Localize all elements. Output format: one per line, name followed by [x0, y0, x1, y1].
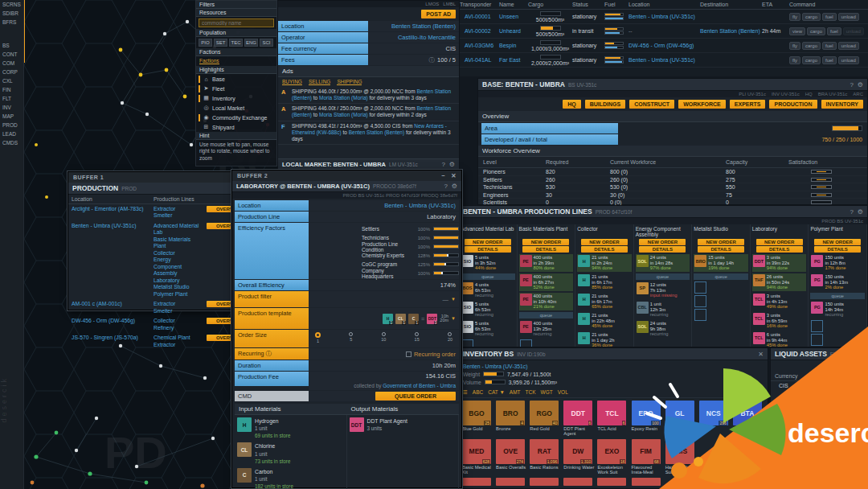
- production-order-slot[interactable]: queue: [694, 281, 748, 294]
- base-titlebar[interactable]: BASE: BENTEN - UMBRA BS UV-351c ?⚙: [478, 79, 867, 91]
- ship-location-link[interactable]: Benten - Umbra (UV-351c): [628, 57, 700, 63]
- inventory-tile[interactable]: GL Glass: [665, 401, 697, 437]
- highlight-toggle[interactable]: ◉ Commodity Exchange: [196, 113, 276, 122]
- production-order-slot[interactable]: queue BOS 4 units6h 53mrecurring: [461, 281, 515, 299]
- highlight-toggle[interactable]: ◎ Local Market: [196, 103, 276, 113]
- slider-tick[interactable]: 1: [315, 332, 321, 343]
- base-tab-button[interactable]: EXPERTS: [730, 100, 766, 109]
- base-tab-button[interactable]: WORKFORCE: [678, 100, 726, 109]
- factor-bar[interactable]: [433, 244, 459, 249]
- population-filter-button[interactable]: ENG: [244, 39, 258, 47]
- highlight-toggle[interactable]: ⊞ Shipyard: [196, 122, 276, 132]
- ship-command-button[interactable]: unload: [838, 13, 859, 21]
- inventory-tile[interactable]: BTA Basic Trans…: [733, 401, 764, 437]
- ship-command-button[interactable]: view: [789, 27, 805, 35]
- context-command-link[interactable]: PLI UV-351c: [739, 92, 766, 97]
- population-filter-button[interactable]: PIO: [199, 39, 212, 47]
- production-order-slot[interactable]: queue: [810, 334, 865, 346]
- new-order-button[interactable]: NEW ORDER: [639, 239, 686, 245]
- details-button[interactable]: DETAILS: [814, 246, 861, 253]
- ship-name-link[interactable]: Bespin: [499, 43, 528, 48]
- sort-option[interactable]: ABC: [473, 389, 483, 396]
- production-order-slot[interactable]: queue: [461, 273, 515, 280]
- close-icon[interactable]: ✕: [758, 351, 764, 358]
- ads-tab[interactable]: SHIPPING: [337, 79, 362, 85]
- production-order-slot[interactable]: queue: [461, 339, 515, 347]
- market-ad[interactable]: A SHIPPING 446.00t / 250.00m³ @ 2,000.00…: [278, 104, 459, 121]
- production-order-slot[interactable]: queue: [694, 273, 748, 280]
- inventory-titlebar[interactable]: INVENTORY BS INV ID:190b ✕: [459, 348, 768, 360]
- ship-location-link[interactable]: --: [628, 28, 700, 34]
- production-order-slot[interactable]: queue TCL 3 unitsin 4h 13m49% done: [752, 293, 807, 310]
- inventory-tile[interactable]: RGO40 Red Gold: [530, 401, 561, 437]
- command-tag[interactable]: LMOS: [425, 2, 439, 6]
- inventory-tile[interactable]: HMS HazMat Work Suit: [665, 439, 697, 475]
- ship-command-button[interactable]: fly: [789, 56, 800, 64]
- production-order-slot[interactable]: queue H 21 unitsin 6h 17m85% done: [577, 273, 632, 291]
- base-tab-button[interactable]: INVENTORY: [821, 100, 863, 109]
- site-location-link[interactable]: Benten - Umbra (UV-351c): [68, 221, 150, 231]
- factor-bar[interactable]: [433, 236, 459, 240]
- ship-command-button[interactable]: unload: [843, 27, 864, 35]
- production-order-slot[interactable]: queue: [519, 312, 574, 318]
- help-icon[interactable]: ?: [441, 161, 444, 168]
- production-order-slot[interactable]: queue BRO 15 unitsin 1 day 14h19% done: [694, 254, 748, 272]
- inventory-tile[interactable]: BRO4 Bronze: [496, 401, 527, 437]
- production-order-slot[interactable]: queue PG 150 unitsin 14h 13m2% done: [810, 273, 865, 291]
- ship-command-button[interactable]: cargo: [802, 56, 821, 64]
- sort-option[interactable]: VOL: [558, 389, 568, 396]
- inventory-tile[interactable]: TCL6 TCL Acid: [597, 401, 628, 437]
- inventory-tile[interactable]: MED628 Basic Medical Kit: [462, 439, 493, 475]
- help-icon[interactable]: ?: [850, 81, 853, 88]
- highlight-toggle[interactable]: ▦ Inventory: [196, 93, 276, 103]
- help-icon[interactable]: ?: [444, 183, 447, 190]
- minimize-icon[interactable]: −: [441, 172, 445, 179]
- ship-location-link[interactable]: Benten - Umbra (UV-351c): [628, 14, 700, 19]
- production-order-slot[interactable]: queue PG 150 unitsin 12h 8m17% done: [810, 254, 865, 272]
- inventory-tile[interactable]: FIM68 Flavoured Insta-Meal: [632, 439, 663, 475]
- post-ad-button[interactable]: POST AD: [421, 10, 456, 18]
- population-filter-button[interactable]: SCI: [260, 39, 273, 47]
- ship-command-button[interactable]: fuel: [822, 13, 837, 21]
- slider-tick[interactable]: 10: [381, 332, 386, 343]
- sidebar-item[interactable]: CMDS: [0, 138, 23, 147]
- sidebar-item[interactable]: CORP: [0, 68, 23, 76]
- highlight-toggle[interactable]: ⌂ Base: [196, 74, 276, 84]
- sidebar-item[interactable]: BFRS: [0, 18, 23, 27]
- input-material[interactable]: H Hydrogen1 unit69 units in store: [237, 417, 344, 439]
- production-order-slot[interactable]: queue SOL 24 units9h 38mrecurring: [636, 320, 690, 338]
- transponder-link[interactable]: AVI-041AL: [460, 57, 499, 63]
- base-tab-button[interactable]: PRODUCTION: [769, 100, 817, 109]
- ship-command-button[interactable]: unload: [838, 42, 859, 50]
- new-order-button[interactable]: NEW ORDER: [522, 239, 569, 245]
- production-order-slot[interactable]: queue PE 400 unitsin 2h 39m80% done: [519, 254, 574, 272]
- sidebar-item[interactable]: SDIBR: [0, 9, 23, 18]
- ship-command-button[interactable]: fly: [789, 13, 800, 21]
- inventory-tile[interactable]: DW1,310 Drinking Water: [563, 439, 595, 475]
- production-order-slot[interactable]: queue PG 150 units14h 34mrecurring: [810, 301, 865, 318]
- context-command-link[interactable]: HQ: [805, 92, 813, 97]
- production-order-slot[interactable]: queue: [694, 295, 748, 307]
- sidebar-item[interactable]: LEAD: [0, 129, 23, 138]
- product-filter-select[interactable]: —▼: [309, 291, 459, 307]
- production-order-slot[interactable]: queue DDT 3 unitsin 39m 22s94% done: [752, 254, 807, 272]
- inventory-tile[interactable]: [496, 478, 527, 486]
- field-value[interactable]: CIS: [445, 45, 456, 52]
- input-material[interactable]: C Carbon1 unit182 units in store: [237, 468, 344, 489]
- inventory-tile[interactable]: DDT6 DDT Plant Agent: [563, 401, 595, 437]
- ship-destination-link[interactable]: Benten Station (Benten): [700, 28, 762, 34]
- production-order-slot[interactable]: queue SIO 5 units6h 53mrecurring: [461, 301, 515, 318]
- sort-option[interactable]: AMT: [510, 389, 521, 396]
- close-icon[interactable]: ✕: [451, 172, 457, 179]
- new-order-button[interactable]: NEW ORDER: [698, 239, 744, 245]
- production-order-slot[interactable]: queue TCL 6 unitsin 9h 44m45% done: [752, 331, 807, 347]
- context-command-link[interactable]: INV UV-351c: [772, 92, 800, 97]
- field-value[interactable]: Castillo-Ito Mercantile: [398, 34, 456, 41]
- context-command-link[interactable]: ARC: [853, 92, 863, 97]
- buffer2-titlebar[interactable]: BUFFER 2 −✕: [232, 171, 461, 181]
- production-order-slot[interactable]: queue: [810, 293, 865, 299]
- sidebar-item[interactable]: PROD: [0, 121, 23, 129]
- inventory-tile[interactable]: RAT1,096 Basic Rations: [530, 439, 561, 475]
- production-order-slot[interactable]: queue THF 26 unitsin 50m 24s94% done: [752, 273, 807, 291]
- production-panel-titlebar[interactable]: PRODUCTION PROD ?⚙: [68, 183, 253, 195]
